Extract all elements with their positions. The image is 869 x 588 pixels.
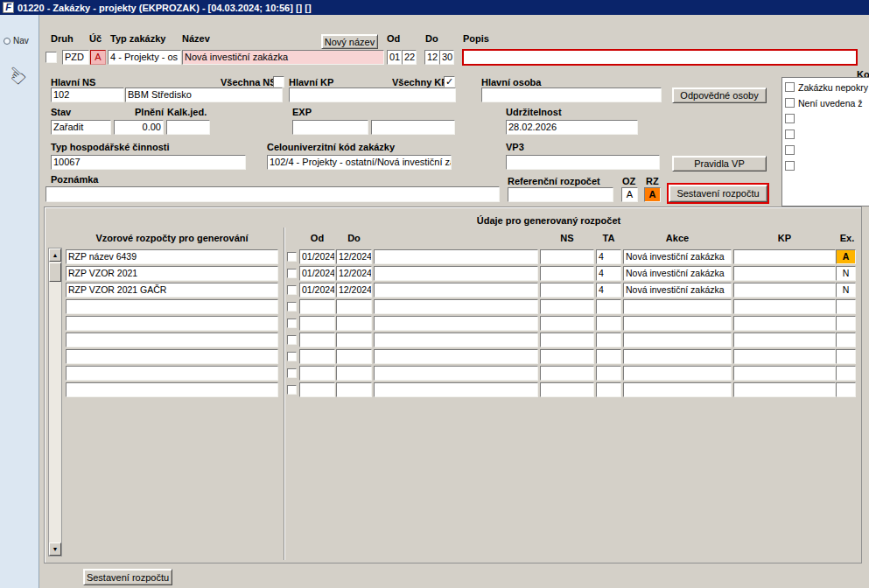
ns-cell[interactable]: [540, 299, 594, 314]
akce-cell[interactable]: [623, 349, 732, 364]
celouniv-kod-field[interactable]: 102/4 - Projekty - ostatní/Nová investič…: [267, 155, 452, 170]
vp3-field[interactable]: [506, 155, 660, 170]
typ-hosp-cinnosti-field[interactable]: 10067: [51, 155, 246, 170]
ta-cell[interactable]: [596, 349, 621, 364]
ex-cell[interactable]: N: [836, 283, 856, 298]
ns-cell[interactable]: [540, 249, 594, 264]
plneni-field[interactable]: 0.00: [114, 120, 164, 135]
akce-cell[interactable]: [623, 299, 732, 314]
ex-cell[interactable]: N: [836, 266, 856, 281]
hlavni-ns-code-field[interactable]: 102: [51, 88, 124, 102]
detail-cell[interactable]: [374, 266, 538, 281]
udrzitelnost-field[interactable]: 28.02.2026: [506, 120, 638, 135]
pravidla-vp-button[interactable]: Pravidla VP: [672, 156, 767, 172]
ns-cell[interactable]: [540, 283, 594, 298]
detail-cell[interactable]: [374, 249, 538, 264]
kp-cell[interactable]: [733, 382, 836, 397]
ex-cell[interactable]: [836, 366, 856, 381]
detail-cell[interactable]: [374, 299, 538, 314]
hlavni-ns-name-field[interactable]: BBM Středisko: [125, 88, 283, 102]
kontroly-checkbox[interactable]: [785, 130, 795, 139]
ta-cell[interactable]: [596, 382, 621, 397]
detail-cell[interactable]: [374, 332, 538, 347]
detail-cell[interactable]: [374, 366, 538, 381]
stav-field[interactable]: Zařadit: [51, 120, 111, 135]
ex-cell[interactable]: [836, 299, 856, 314]
vzorovy-rozpocet-cell[interactable]: [66, 382, 278, 397]
kp-cell[interactable]: [733, 283, 836, 298]
hlavni-kp-field[interactable]: [289, 88, 456, 102]
hand-pointer-icon[interactable]: ☜: [1, 60, 32, 91]
vzorovy-rozpocet-cell[interactable]: RZP VZOR 2021 GAČR: [66, 283, 278, 298]
od-cell[interactable]: 01/2024: [299, 266, 335, 281]
kalk-jed-field[interactable]: [166, 120, 210, 135]
ns-cell[interactable]: [540, 332, 594, 347]
kontroly-checkbox[interactable]: [785, 114, 795, 123]
kontroly-checkbox[interactable]: [785, 82, 795, 92]
od-cell[interactable]: 01/2024: [299, 249, 335, 264]
detail-cell[interactable]: [374, 349, 538, 364]
row-checkbox[interactable]: [287, 269, 297, 278]
vzorovy-rozpocet-cell[interactable]: [66, 332, 278, 347]
do-cell[interactable]: [336, 366, 372, 381]
do-cell[interactable]: 12/2024: [336, 266, 372, 281]
do-cell[interactable]: [336, 332, 372, 347]
row-checkbox[interactable]: [287, 368, 297, 378]
do-cell[interactable]: [336, 299, 372, 314]
vzorovy-rozpocet-cell[interactable]: RZP VZOR 2021: [66, 266, 278, 281]
akce-cell[interactable]: Nová investiční zakázka: [623, 283, 732, 298]
odpovedne-osoby-button[interactable]: Odpovědné osoby: [672, 88, 767, 103]
detail-cell[interactable]: [374, 316, 538, 331]
kp-cell[interactable]: [733, 299, 836, 314]
kp-cell[interactable]: [733, 266, 836, 281]
ex-cell[interactable]: [836, 382, 856, 397]
popis-field[interactable]: [462, 49, 858, 66]
ex-cell[interactable]: [836, 316, 856, 331]
do-year-field[interactable]: 30: [439, 50, 454, 65]
vzorovy-rozpocet-cell[interactable]: [66, 299, 278, 314]
ta-cell[interactable]: [596, 299, 621, 314]
ta-cell[interactable]: [596, 332, 621, 347]
ta-cell[interactable]: 4: [596, 266, 621, 281]
vzorovy-rozpocet-cell[interactable]: [66, 366, 278, 381]
referencni-rozpocet-field[interactable]: [508, 187, 613, 202]
uc-field[interactable]: A: [90, 50, 106, 65]
od-cell[interactable]: [299, 366, 335, 381]
row-checkbox[interactable]: [287, 252, 297, 262]
kp-cell[interactable]: [733, 249, 836, 264]
nazev-field[interactable]: Nová investiční zakázka: [182, 50, 384, 65]
kp-cell[interactable]: [733, 316, 836, 331]
kontroly-checkbox[interactable]: [785, 161, 795, 171]
od-cell[interactable]: 01/2024: [299, 283, 335, 298]
vsechna-ns-checkbox[interactable]: [273, 76, 284, 88]
do-cell[interactable]: 12/2024: [336, 249, 372, 264]
od-cell[interactable]: [299, 332, 335, 347]
exp-field-2[interactable]: [371, 120, 455, 135]
od-month-field[interactable]: 01: [387, 50, 402, 65]
kontroly-checkbox[interactable]: [785, 98, 795, 108]
scroll-down-icon[interactable]: ▼: [49, 542, 61, 556]
row-checkbox[interactable]: [287, 285, 297, 295]
ta-cell[interactable]: [596, 366, 621, 381]
ns-cell[interactable]: [540, 316, 594, 331]
row-checkbox[interactable]: [287, 318, 297, 328]
kp-cell[interactable]: [733, 349, 836, 364]
rz-field[interactable]: A: [644, 187, 661, 202]
ta-cell[interactable]: 4: [596, 249, 621, 264]
typ-zakazky-field[interactable]: 4 - Projekty - os: [108, 50, 181, 65]
hlavni-osoba-field[interactable]: [481, 88, 662, 102]
detail-cell[interactable]: [374, 283, 538, 298]
do-cell[interactable]: [336, 349, 372, 364]
kp-cell[interactable]: [733, 332, 836, 347]
do-cell[interactable]: [336, 382, 372, 397]
vzorovy-rozpocet-cell[interactable]: RZP název 6439: [66, 249, 278, 264]
akce-cell[interactable]: [623, 382, 732, 397]
row-checkbox[interactable]: [287, 385, 297, 395]
akce-cell[interactable]: Nová investiční zakázka: [623, 249, 732, 264]
akce-cell[interactable]: [623, 332, 732, 347]
ns-cell[interactable]: [540, 382, 594, 397]
sestaveni-rozpoctu-button-bottom[interactable]: Sestavení rozpočtu: [83, 569, 172, 585]
nav-toggle[interactable]: Nav: [4, 36, 29, 46]
akce-cell[interactable]: Nová investiční zakázka: [623, 266, 732, 281]
ta-cell[interactable]: [596, 316, 621, 331]
